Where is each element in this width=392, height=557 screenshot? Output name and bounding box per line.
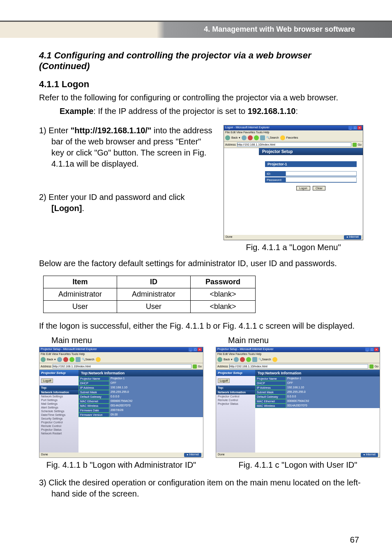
favorites-icon[interactable] [280, 135, 285, 140]
address-input[interactable] [229, 364, 368, 369]
main-menu-label-left: Main menu [39, 336, 203, 345]
sidebar-item[interactable]: Projector Control [39, 420, 78, 424]
favorites-icon[interactable] [96, 357, 101, 362]
back-icon[interactable] [225, 135, 230, 140]
sidebar-item[interactable]: Projector Status [216, 402, 255, 406]
stop-icon[interactable] [240, 357, 245, 362]
address-input[interactable] [53, 364, 191, 369]
step2-prefix: 2) Enter your ID and password and click [39, 193, 185, 202]
maximize-icon[interactable]: □ [370, 348, 374, 351]
logoff-button[interactable]: Logoff [218, 378, 230, 383]
maximize-icon[interactable]: □ [193, 348, 197, 351]
step3-text: 3) Click the desired operation or config… [39, 477, 363, 499]
info-value: 192.168.1.10 [109, 385, 203, 390]
sidebar-item[interactable]: Port Settings [39, 398, 78, 402]
step1-row: 1) Enter "http://192.168.1.10/" into the… [39, 125, 363, 252]
info-value: 255.255.255.0 [109, 390, 203, 395]
home-icon[interactable] [252, 357, 257, 362]
sidebar-item[interactable]: Date/Time Settings [39, 413, 78, 417]
stop-icon[interactable] [63, 357, 68, 362]
sidebar-net-header[interactable]: Network Information [216, 390, 255, 395]
refresh-icon[interactable] [246, 357, 251, 362]
id-input[interactable] [286, 171, 357, 176]
fig-b-caption: Fig. 4.1.1 b "Logon with Administrator I… [39, 460, 203, 470]
sidebar-item[interactable]: Projector Status [39, 428, 78, 432]
stop-icon[interactable] [248, 135, 253, 140]
ie-title: Projector Setup - Microsoft Internet Exp… [217, 348, 274, 352]
favorites-icon[interactable] [272, 357, 277, 362]
back-label: Back ▾ [231, 136, 240, 139]
home-icon[interactable] [260, 135, 265, 140]
ie-toolbar: Back ▾ 🔍Search [39, 356, 203, 363]
sidebar-item[interactable]: Network Restart [39, 432, 78, 435]
sidebar-top[interactable]: Top: [39, 385, 78, 390]
sidebar-net-header[interactable]: Network Information [39, 390, 78, 395]
step1-prefix: 1) Enter [39, 126, 71, 135]
sidebar-top[interactable]: Top: [216, 385, 255, 390]
info-label: DHCP [255, 381, 286, 385]
step3-content: 3) Click the desired operation or config… [39, 477, 363, 499]
defaults-table-wrap: Item ID Password Administrator Administr… [43, 276, 363, 313]
minimize-icon[interactable]: _ [365, 348, 369, 351]
user-main: Top:Network Information Projector NamePr… [255, 370, 380, 456]
step1-text: 1) Enter "http://192.168.1.10/" into the… [39, 125, 215, 214]
ie-window-controls: _□× [348, 126, 362, 130]
forward-icon[interactable] [234, 357, 239, 362]
sidebar-item[interactable]: Alert Settings [39, 406, 78, 409]
refresh-icon[interactable] [69, 357, 74, 362]
password-label: Password: [265, 177, 286, 183]
example-rest: : If the IP address of the projector is … [93, 107, 247, 116]
table-row: Administrator Administrator <blank> [44, 288, 256, 301]
logoff-button[interactable]: Logoff [41, 378, 53, 383]
address-input[interactable] [237, 142, 351, 147]
ie-menubar[interactable]: File Edit View Favorites Tools Help [224, 130, 363, 134]
password-input[interactable] [286, 177, 357, 182]
go-button[interactable] [369, 364, 374, 369]
sidebar-item[interactable]: Remote Control [39, 424, 78, 428]
sidebar-item[interactable]: Remote Control [216, 398, 255, 402]
back-icon[interactable] [217, 357, 222, 362]
td-id: Administrator [117, 288, 191, 301]
lower-screenshots-row: Main menu Projector Setup - Microsoft In… [39, 336, 363, 470]
refresh-icon[interactable] [254, 135, 259, 140]
logon-button[interactable]: Logon [296, 186, 310, 190]
ie-toolbar: Back ▾ 🔍Search [216, 356, 380, 363]
sidebar-item[interactable]: Security Settings [39, 417, 78, 420]
sidebar-item[interactable]: Projector Control [216, 395, 255, 398]
go-button[interactable] [193, 364, 197, 369]
sidebar-item[interactable]: Mail Settings [39, 402, 78, 406]
example-label: Example [60, 107, 93, 116]
projector-name: Projector-1 [265, 161, 357, 167]
info-label: Subnet Mask [255, 390, 286, 395]
status-left: Done [226, 235, 233, 239]
sidebar-item[interactable]: Schedule Settings [39, 409, 78, 413]
close-icon[interactable]: × [357, 126, 362, 130]
info-label: Firmware Date [78, 408, 109, 413]
maximize-icon[interactable]: □ [353, 126, 357, 130]
minimize-icon[interactable]: _ [348, 126, 353, 130]
info-value: 255.255.255.0 [286, 390, 380, 395]
clear-button[interactable]: Clear [313, 186, 325, 190]
search-label[interactable]: 🔍Search [266, 136, 279, 139]
minimize-icon[interactable]: _ [189, 348, 193, 351]
ie-menubar[interactable]: File Edit View Favorites Tools Help [216, 352, 380, 356]
go-button[interactable] [353, 143, 357, 147]
main-menu-label-right: Main menu [216, 336, 380, 345]
close-icon[interactable]: × [198, 348, 202, 351]
page-number: 67 [350, 535, 359, 545]
home-icon[interactable] [76, 357, 81, 362]
ie-menubar[interactable]: File Edit View Favorites Tools Help [39, 352, 203, 356]
forward-icon[interactable] [242, 135, 247, 140]
example-ip: 192.168.1.10 [248, 107, 296, 116]
status-right: ● Internet [184, 453, 201, 457]
main-header: Top:Network Information [255, 370, 380, 376]
forward-icon[interactable] [57, 357, 62, 362]
sidebar-item[interactable]: Network Settings [39, 395, 78, 398]
close-icon[interactable]: × [374, 348, 378, 351]
example-line: Example: If the IP address of the projec… [60, 106, 363, 117]
table-row: User User <blank> [44, 301, 256, 313]
info-label: Subnet Mask [78, 390, 109, 395]
back-icon[interactable] [41, 357, 46, 362]
info-value: 192.168.1.10 [286, 385, 380, 390]
ie-address-bar: Address Go [39, 363, 203, 370]
